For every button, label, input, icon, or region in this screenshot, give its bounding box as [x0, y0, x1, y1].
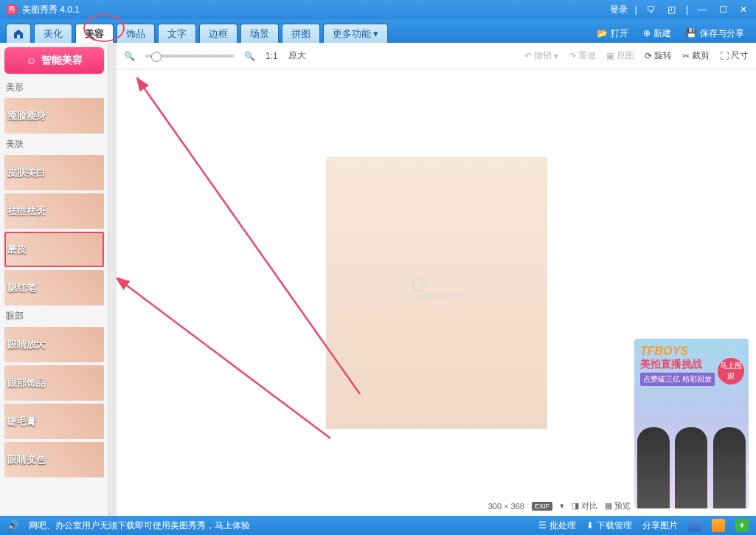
login-link[interactable]: 登录 — [610, 4, 628, 16]
sidebar-scrollbar[interactable] — [109, 43, 117, 516]
weibo-icon[interactable] — [712, 519, 725, 532]
tab-border[interactable]: 边框 — [199, 24, 237, 43]
main-image: Gsystem.com — [326, 157, 547, 429]
zoom-out-icon[interactable]: 🔍 — [124, 51, 135, 61]
tabbar: 美化 美容 饰品 文字 边框 场景 拼图 更多功能▾ 📂打开 ⊕新建 💾保存与分… — [0, 19, 756, 43]
watermark: Gsystem.com — [411, 273, 462, 301]
new-button[interactable]: ⊕新建 — [637, 24, 677, 43]
canvas-toolbar: 🔍 🔍 1:1 原大 ↶撤销▾ ↷重做 ▣原图 ⟳旋转 ✂裁剪 ⛶尺寸 — [117, 43, 756, 69]
save-share-button[interactable]: 💾保存与分享 — [680, 24, 750, 43]
exif-dropdown-icon[interactable]: ▾ — [560, 501, 564, 511]
chevron-down-icon: ▾ — [373, 28, 378, 39]
batch-button[interactable]: ☰批处理 — [538, 520, 576, 532]
ad-panel[interactable]: TFBOYS 美拍直播挑战 点赞破三亿 精彩回放 马上围观 — [634, 339, 749, 508]
canvas-area: 🔍 🔍 1:1 原大 ↶撤销▾ ↷重做 ▣原图 ⟳旋转 ✂裁剪 ⛶尺寸 Gsys… — [117, 43, 756, 516]
ad-badge: 马上围观 — [718, 358, 744, 384]
feedback-icon[interactable]: 🗨 — [645, 4, 658, 15]
ad-banner: 点赞破三亿 精彩回放 — [640, 373, 715, 386]
sidebar-item-eye-color[interactable]: 眼睛变色 — [4, 442, 104, 477]
speaker-icon: 🔊 — [7, 520, 18, 531]
sidebar-item-slim[interactable]: 瘦脸瘦身 — [4, 98, 104, 134]
sidebar-item-blush[interactable]: 腮红笔 — [4, 270, 104, 306]
sep: | — [635, 4, 637, 15]
tab-scene[interactable]: 场景 — [240, 24, 279, 43]
compare-icon: ◨ — [572, 501, 579, 511]
exif-badge[interactable]: EXIF — [532, 502, 552, 511]
save-icon: 💾 — [686, 28, 697, 38]
preview-icon: ▦ — [605, 501, 612, 511]
zoom-ratio[interactable]: 1:1 — [266, 51, 278, 61]
category-label-eyes: 眼部 — [6, 310, 103, 322]
tip-text[interactable]: 网吧、办公室用户无须下载即可使用美图秀秀，马上体验 — [29, 520, 250, 532]
sep: | — [686, 4, 688, 15]
sidebar: ☺ 智能美容 美形 瘦脸瘦身 美肤 皮肤美白 祛痘祛斑 磨皮 腮红笔 眼部 眼睛… — [0, 43, 109, 516]
original-image-button[interactable]: ▣原图 — [606, 49, 634, 62]
download-icon: ⬇ — [586, 520, 594, 531]
sidebar-item-eye-enlarge[interactable]: 眼睛放大 — [4, 327, 104, 362]
smart-beauty-button[interactable]: ☺ 智能美容 — [4, 47, 104, 74]
open-button[interactable]: 📂打开 — [591, 24, 634, 43]
sidebar-item-whiten[interactable]: 皮肤美白 — [4, 155, 104, 190]
crop-icon: ✂ — [682, 51, 690, 61]
minimize-icon[interactable]: ― — [696, 4, 709, 15]
app-version: 4.0.1 — [60, 4, 80, 15]
tab-beauty[interactable]: 美容 — [75, 24, 114, 43]
tab-collage[interactable]: 拼图 — [282, 24, 320, 43]
close-icon[interactable]: ✕ — [737, 4, 750, 15]
preview-button[interactable]: ▦预览 — [605, 500, 631, 511]
download-manager-button[interactable]: ⬇下载管理 — [586, 520, 632, 532]
home-icon — [13, 28, 24, 40]
qzone-icon[interactable] — [688, 519, 701, 532]
add-share-icon[interactable]: + — [735, 519, 749, 532]
app-logo-icon: 秀 — [6, 4, 18, 15]
folder-open-icon: 📂 — [597, 28, 608, 38]
svg-line-1 — [124, 283, 330, 438]
titlebar: 秀 美图秀秀 4.0.1 登录 | 🗨 ◰ | ― ☐ ✕ — [0, 0, 756, 19]
tab-home[interactable] — [6, 24, 31, 43]
face-icon: ☺ — [26, 55, 36, 66]
tab-beautify[interactable]: 美化 — [34, 24, 72, 43]
canvas[interactable]: Gsystem.com TFBOYS 美拍直播挑战 点赞破三亿 精彩回放 马上围… — [117, 69, 756, 516]
sidebar-item-eye-accessory[interactable]: 眼部饰品 — [4, 365, 104, 401]
category-label-skin: 美肤 — [6, 138, 103, 151]
rotate-icon: ⟳ — [645, 51, 652, 61]
sidebar-item-acne[interactable]: 祛痘祛斑 — [4, 193, 104, 229]
sidebar-item-mascara[interactable]: 睫毛膏 — [4, 404, 104, 439]
redo-button[interactable]: ↷重做 — [569, 49, 596, 62]
batch-icon: ☰ — [538, 520, 547, 531]
maximize-icon[interactable]: ☐ — [716, 4, 729, 15]
original-size-button[interactable]: 原大 — [288, 49, 306, 62]
category-label-shape: 美形 — [6, 81, 103, 94]
share-image-button[interactable]: 分享图片 — [642, 520, 678, 532]
app-title: 美图秀秀 4.0.1 — [22, 4, 610, 16]
ad-image — [634, 420, 749, 508]
tab-more[interactable]: 更多功能▾ — [323, 24, 388, 43]
chevron-down-icon: ▾ — [554, 51, 558, 61]
image-size-text: 300 × 368 — [488, 502, 524, 511]
plus-circle-icon: ⊕ — [643, 28, 651, 38]
app-name: 美图秀秀 — [22, 4, 58, 15]
tab-accessory[interactable]: 饰品 — [117, 24, 155, 43]
ad-title: TFBOYS — [640, 345, 743, 358]
zoom-in-icon[interactable]: 🔍 — [244, 51, 255, 61]
image-icon: ▣ — [606, 51, 614, 61]
undo-button[interactable]: ↶撤销▾ — [524, 49, 558, 62]
redo-icon: ↷ — [569, 51, 576, 61]
undo-icon: ↶ — [524, 51, 532, 61]
rotate-button[interactable]: ⟳旋转 — [645, 49, 672, 62]
zoom-slider[interactable] — [145, 55, 234, 58]
compare-button[interactable]: ◨对比 — [572, 500, 597, 511]
skin-icon[interactable]: ◰ — [665, 4, 679, 15]
tab-text[interactable]: 文字 — [158, 24, 196, 43]
dimensions-button[interactable]: ⛶尺寸 — [720, 49, 749, 62]
resize-icon: ⛶ — [720, 51, 729, 61]
crop-button[interactable]: ✂裁剪 — [682, 49, 710, 62]
status-line: 300 × 368 EXIF ▾ ◨对比 ▦预览 — [488, 500, 631, 511]
sidebar-item-smooth[interactable]: 磨皮 — [4, 232, 104, 267]
bottombar: 🔊 网吧、办公室用户无须下载即可使用美图秀秀，马上体验 ☰批处理 ⬇下载管理 分… — [0, 516, 756, 535]
